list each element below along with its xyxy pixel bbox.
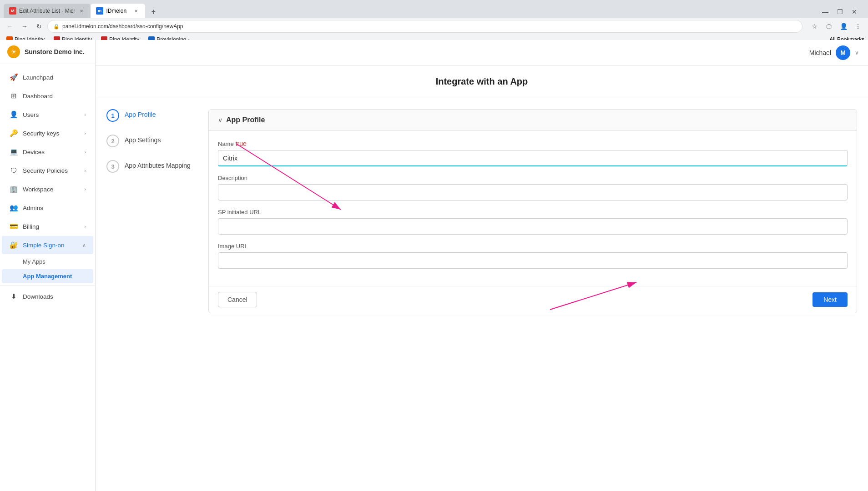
extensions-button[interactable]: ⬡	[823, 20, 835, 33]
address-bar[interactable]: 🔒 panel.idmelon.com/dashboard/sso-config…	[47, 20, 802, 33]
step-3[interactable]: 3 App Attributes Mapping	[106, 160, 197, 173]
sidebar-item-users[interactable]: 👤 Users ›	[2, 105, 93, 124]
sidebar-nav: 🚀 Launchpad ⊞ Dashboard 👤 Users › 🔑 Secu…	[0, 64, 95, 491]
billing-icon: 💳	[9, 222, 18, 231]
sidebar-item-security-keys-label: Security keys	[23, 130, 80, 137]
nav-actions: ☆ ⬡ 👤 ⋮	[808, 20, 864, 33]
sidebar-item-workspace[interactable]: 🏢 Workspace ›	[2, 180, 93, 198]
security-policies-chevron: ›	[84, 168, 86, 173]
step-2[interactable]: 2 App Settings	[106, 135, 197, 147]
sidebar-item-users-label: Users	[23, 111, 80, 118]
nav-bar: ← → ↻ 🔒 panel.idmelon.com/dashboard/sso-…	[0, 18, 868, 35]
form-group-description: Description	[218, 175, 848, 200]
form-actions-left: Cancel	[218, 292, 257, 307]
form-group-sp-url: SP initiated URL	[218, 209, 848, 235]
users-chevron: ›	[84, 112, 86, 117]
sidebar-brand: Sunstore Demo Inc.	[25, 48, 84, 55]
close-button[interactable]: ✕	[848, 5, 861, 18]
main-content: Integrate with an App 1 App Profile 2	[96, 65, 868, 491]
sidebar-item-billing-label: Billing	[23, 223, 80, 230]
minimize-button[interactable]: —	[819, 5, 832, 18]
tab-idmelon[interactable]: ID IDmelon ✕	[91, 4, 145, 18]
sidebar-item-launchpad-label: Launchpad	[23, 74, 86, 81]
page-title: Integrate with an App	[96, 65, 868, 98]
required-star-name: true	[236, 140, 247, 147]
tab2-title: IDmelon	[106, 8, 130, 14]
next-button[interactable]: Next	[812, 292, 848, 307]
form-group-image-url: Image URL	[218, 243, 848, 269]
restore-button[interactable]: ❐	[833, 5, 846, 18]
back-button[interactable]: ←	[4, 20, 16, 33]
sidebar-item-downloads[interactable]: ⬇ Downloads	[2, 287, 93, 306]
tab2-favicon: ID	[96, 7, 103, 15]
devices-chevron: ›	[84, 149, 86, 155]
bookmark-button[interactable]: ☆	[808, 20, 821, 33]
step2-circle: 2	[106, 135, 119, 147]
image-url-input[interactable]	[218, 252, 848, 269]
sidebar-item-admins[interactable]: 👥 Admins	[2, 199, 93, 217]
form-panel-title: App Profile	[226, 116, 265, 124]
top-header: Michael M ∨	[96, 40, 868, 65]
new-tab-button[interactable]: +	[147, 5, 160, 18]
sidebar-item-security-policies[interactable]: 🛡 Security Policies ›	[2, 161, 93, 180]
form-actions: Cancel Next	[209, 286, 857, 313]
sidebar-item-devices[interactable]: 💻 Devices ›	[2, 143, 93, 161]
cancel-button[interactable]: Cancel	[218, 292, 257, 307]
step3-circle: 3	[106, 160, 119, 173]
profile-button[interactable]: 👤	[837, 20, 850, 33]
app-layout: ☀ Sunstore Demo Inc. 🚀 Launchpad ⊞ Dashb…	[0, 40, 868, 491]
sidebar-item-downloads-label: Downloads	[23, 293, 86, 300]
form-label-description: Description	[218, 175, 848, 181]
form-label-sp-url: SP initiated URL	[218, 209, 848, 215]
tab-edit-attribute[interactable]: M Edit Attribute List - Micr ✕	[4, 4, 91, 18]
security-keys-icon: 🔑	[9, 129, 18, 138]
sidebar-sub-item-my-apps[interactable]: My Apps	[2, 255, 93, 269]
users-icon: 👤	[9, 110, 18, 119]
user-avatar: M	[836, 45, 850, 60]
name-input[interactable]	[218, 150, 848, 166]
tab2-close[interactable]: ✕	[132, 7, 140, 15]
sidebar-sub-item-app-management-label: App Management	[23, 273, 72, 280]
description-input[interactable]	[218, 184, 848, 200]
sidebar-item-dashboard[interactable]: ⊞ Dashboard	[2, 87, 93, 105]
form-panel-header[interactable]: ∨ App Profile	[209, 110, 857, 131]
sidebar-header: ☀ Sunstore Demo Inc.	[0, 40, 95, 64]
stepper: 1 App Profile 2 App Settings 3	[106, 109, 197, 313]
sidebar-item-simple-sign-on-label: Simple Sign-on	[23, 242, 78, 249]
panel-collapse-icon: ∨	[218, 116, 222, 124]
sidebar-item-billing[interactable]: 💳 Billing ›	[2, 217, 93, 235]
tab1-favicon: M	[9, 7, 16, 15]
sidebar-sub-item-app-management[interactable]: App Management	[2, 269, 93, 283]
step3-label: App Attributes Mapping	[125, 160, 191, 169]
sidebar-item-security-keys[interactable]: 🔑 Security keys ›	[2, 124, 93, 142]
step2-label: App Settings	[125, 135, 161, 144]
menu-button[interactable]: ⋮	[852, 20, 864, 33]
sidebar-item-security-policies-label: Security Policies	[23, 167, 80, 174]
form-label-name: Name true	[218, 140, 848, 147]
workspace-chevron: ›	[84, 186, 86, 192]
sidebar-item-workspace-label: Workspace	[23, 186, 80, 193]
reload-button[interactable]: ↻	[33, 20, 45, 33]
user-name: Michael	[809, 49, 831, 56]
form-group-name: Name true	[218, 140, 848, 166]
form-body: Name true Description	[209, 131, 857, 286]
step1-label: App Profile	[125, 109, 156, 118]
step-1[interactable]: 1 App Profile	[106, 109, 197, 122]
user-info[interactable]: Michael M ∨	[809, 45, 859, 60]
user-menu-chevron: ∨	[855, 50, 859, 56]
tab1-close[interactable]: ✕	[78, 7, 85, 15]
sidebar-item-launchpad[interactable]: 🚀 Launchpad	[2, 68, 93, 86]
dashboard-icon: ⊞	[9, 91, 18, 100]
simple-sign-on-icon: 🔐	[9, 240, 18, 250]
sidebar-item-simple-sign-on[interactable]: 🔐 Simple Sign-on ∧	[2, 236, 93, 254]
sidebar-item-dashboard-label: Dashboard	[23, 93, 86, 100]
tab-bar: M Edit Attribute List - Micr ✕ ID IDmelo…	[0, 0, 868, 18]
sp-url-input[interactable]	[218, 218, 848, 235]
sidebar-item-devices-label: Devices	[23, 149, 80, 155]
step1-circle: 1	[106, 109, 119, 122]
sidebar: ☀ Sunstore Demo Inc. 🚀 Launchpad ⊞ Dashb…	[0, 40, 96, 491]
forward-button[interactable]: →	[18, 20, 31, 33]
launchpad-icon: 🚀	[9, 73, 18, 82]
content-area: 1 App Profile 2 App Settings 3	[96, 98, 868, 324]
form-panel: ∨ App Profile Name true	[208, 109, 857, 313]
